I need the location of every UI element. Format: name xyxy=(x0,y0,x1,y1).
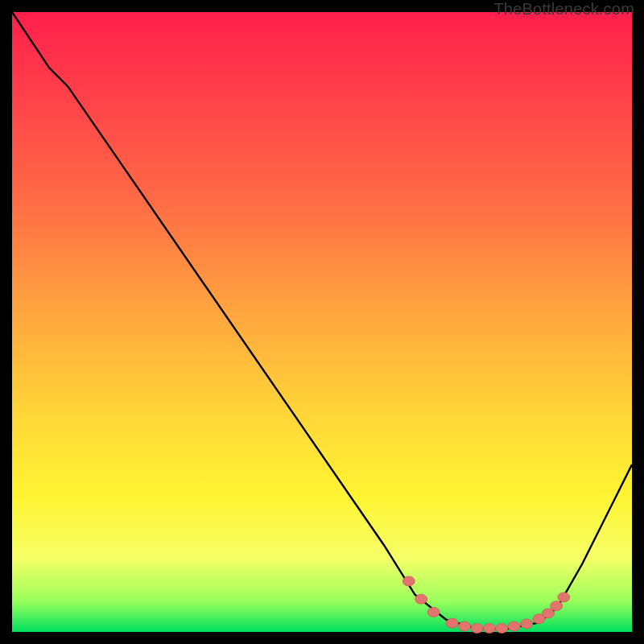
curve-marker xyxy=(558,592,570,602)
chart-stage: TheBottleneck.com xyxy=(0,0,644,644)
curve-marker xyxy=(496,623,508,633)
curve-marker xyxy=(427,607,440,617)
watermark-label: TheBottleneck.com xyxy=(493,0,634,19)
bottleneck-curve xyxy=(12,12,632,629)
curve-marker xyxy=(402,576,415,586)
curve-marker xyxy=(508,621,520,631)
plot-area xyxy=(12,12,632,632)
curve-marker xyxy=(446,618,458,628)
curve-marker xyxy=(483,623,495,633)
curve-marker xyxy=(551,601,563,611)
curve-marker xyxy=(415,594,427,604)
curve-marker xyxy=(521,619,533,629)
curve-layer xyxy=(12,12,632,632)
curve-marker xyxy=(459,621,471,631)
curve-marker xyxy=(471,623,483,633)
